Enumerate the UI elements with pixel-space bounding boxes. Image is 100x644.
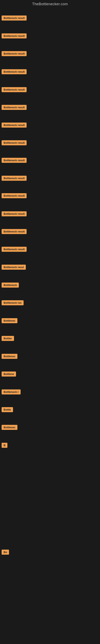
bottleneck-result-badge[interactable]: Bo bbox=[1, 550, 9, 555]
result-row: Bottlenec bbox=[0, 354, 17, 359]
result-row: Bottleneck result bbox=[0, 211, 27, 216]
bottleneck-result-badge[interactable]: Bottleneck result bbox=[1, 158, 27, 163]
result-row: Bottlene bbox=[0, 372, 16, 376]
result-row: Bottleneck result bbox=[0, 122, 27, 128]
result-row: Bottleneck result bbox=[0, 51, 27, 56]
result-row: Bottle bbox=[0, 407, 13, 412]
result-row: Bottleneck res bbox=[0, 300, 24, 305]
bottleneck-result-badge[interactable]: Bottleneck bbox=[1, 282, 19, 288]
bottleneck-result-badge[interactable]: Bottleneck result bbox=[1, 211, 27, 216]
bottleneck-result-badge[interactable]: Bottleneck result bbox=[1, 122, 27, 128]
bottleneck-result-badge[interactable]: Bottleneck result bbox=[1, 34, 27, 38]
result-row: Bottleneck result bbox=[0, 69, 27, 74]
result-row: Bottleneck result bbox=[0, 16, 27, 20]
bottleneck-result-badge[interactable]: Bottlenec bbox=[1, 425, 17, 430]
bottleneck-result-badge[interactable]: Bottleneck result bbox=[1, 51, 27, 56]
bottleneck-result-badge[interactable]: Bottle bbox=[1, 407, 13, 412]
site-title: TheBottlenecker.com bbox=[0, 0, 100, 8]
result-row: B bbox=[0, 443, 7, 448]
result-row: Bottleneck r bbox=[0, 390, 21, 394]
site-title-bar: TheBottlenecker.com bbox=[0, 0, 100, 8]
bottleneck-result-badge[interactable]: B bbox=[1, 443, 7, 448]
result-row: Bottler bbox=[0, 336, 14, 341]
bottleneck-result-badge[interactable]: Bottlenec bbox=[1, 354, 17, 359]
result-row: Bottlenec bbox=[0, 425, 17, 430]
bottleneck-result-badge[interactable]: Bottleneck result bbox=[1, 176, 27, 181]
bottleneck-result-badge[interactable]: Bottleneck r bbox=[1, 390, 21, 394]
bottleneck-result-badge[interactable]: Bottleneck result bbox=[1, 193, 27, 198]
bottleneck-result-badge[interactable]: Bottleneck result bbox=[1, 140, 27, 145]
bottleneck-result-badge[interactable]: Bottleneck result bbox=[1, 229, 27, 234]
result-row: Bottleneck result bbox=[0, 158, 27, 163]
result-row: Bottleneck result bbox=[0, 176, 27, 181]
result-row: Bottleneck result bbox=[0, 193, 27, 198]
bottleneck-result-badge[interactable]: Bottleneck result bbox=[1, 87, 27, 92]
bottleneck-result-badge[interactable]: Bottleneck res bbox=[1, 300, 24, 305]
result-row: Bottleneck result bbox=[0, 105, 27, 110]
result-row: Bottleneck result bbox=[0, 87, 27, 92]
bottleneck-result-badge[interactable]: Bottleneck result bbox=[1, 247, 27, 252]
bottleneck-result-badge[interactable]: Bottleneck result bbox=[1, 16, 27, 20]
result-row: Bo bbox=[0, 550, 9, 555]
result-row: Bottleneck result bbox=[0, 140, 27, 145]
bottleneck-result-badge[interactable]: Bottler bbox=[1, 336, 14, 341]
result-row: Bottleneck resul bbox=[0, 265, 26, 270]
bottleneck-result-badge[interactable]: Bottleneck resul bbox=[1, 265, 26, 270]
bottleneck-result-badge[interactable]: Bottlenec bbox=[1, 318, 17, 323]
bottleneck-result-badge[interactable]: Bottlene bbox=[1, 372, 16, 376]
result-row: Bottleneck result bbox=[0, 34, 27, 38]
bottleneck-result-badge[interactable]: Bottleneck result bbox=[1, 69, 27, 74]
result-row: Bottleneck result bbox=[0, 247, 27, 252]
result-row: Bottleneck result bbox=[0, 229, 27, 234]
bottleneck-result-badge[interactable]: Bottleneck result bbox=[1, 105, 27, 110]
result-row: Bottlenec bbox=[0, 318, 17, 323]
result-row: Bottleneck bbox=[0, 282, 19, 288]
